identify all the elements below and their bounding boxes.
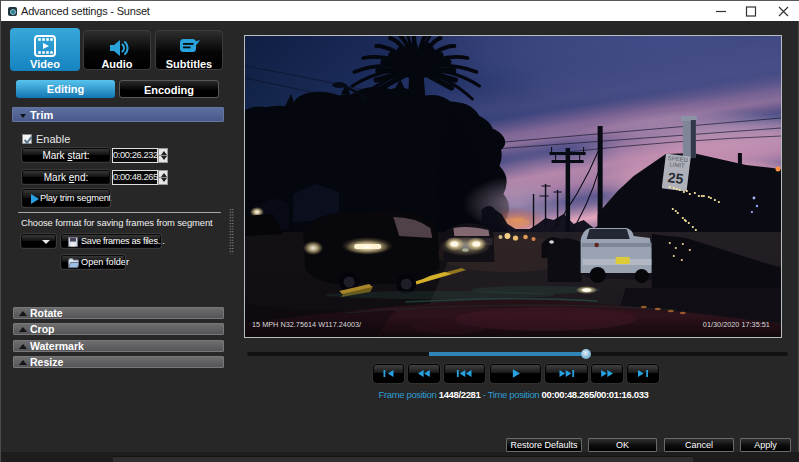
svg-text:01/30/2020 17:35:51: 01/30/2020 17:35:51 — [703, 320, 770, 329]
svg-text:15 MPH N32.75614 W117.24003/: 15 MPH N32.75614 W117.24003/ — [252, 320, 362, 329]
svg-text:25: 25 — [667, 169, 685, 187]
